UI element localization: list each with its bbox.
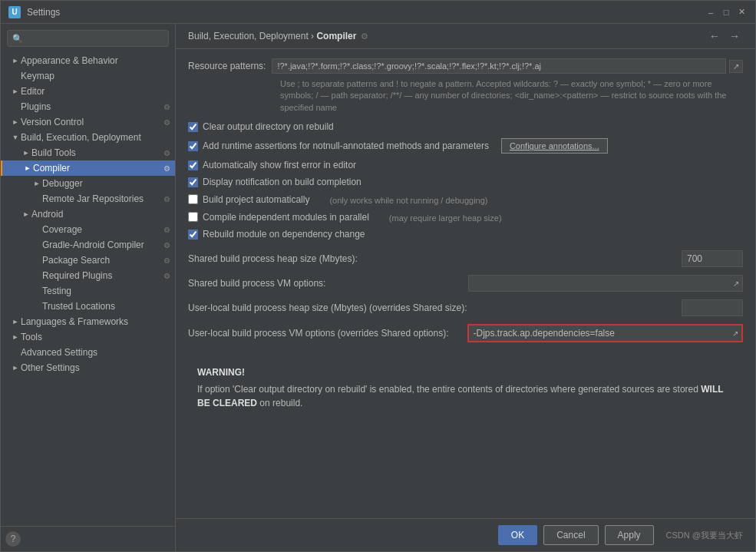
cb7-checkbox[interactable] [188, 230, 198, 240]
sidebar-bottom: ? [1, 526, 175, 551]
watermark: CSDN @我要当大虾 [666, 530, 743, 541]
user-heap-row: User-local build process heap size (Mbyt… [188, 299, 743, 316]
warning-text: If option 'Clear output directory on reb… [197, 382, 734, 410]
user-vm-input[interactable] [469, 326, 730, 341]
sidebar-item-remote-jar[interactable]: Remote Jar Repositories ⚙ [1, 191, 175, 207]
sidebar-item-package-search[interactable]: Package Search ⚙ [1, 253, 175, 268]
sidebar-item-appearance[interactable]: ► Appearance & Behavior [1, 53, 175, 68]
arrow-icon: ► [31, 180, 42, 187]
nav-buttons: ← → [706, 30, 743, 42]
sidebar-item-editor[interactable]: ► Editor [1, 84, 175, 99]
sidebar-item-advanced-settings[interactable]: Advanced Settings [1, 345, 175, 360]
cancel-button[interactable]: Cancel [543, 525, 598, 545]
settings-window: U Settings – □ ✕ 🔍 ► Appearance & Behavi… [0, 0, 756, 552]
panel-body: Resource patterns: ↗ Use ; to separate p… [176, 49, 755, 518]
gear-icon: ⚙ [163, 272, 170, 280]
sidebar-item-testing[interactable]: Testing [1, 283, 175, 299]
shared-vm-row: Shared build process VM options: ↗ [188, 275, 743, 292]
vm-expand-icon-2[interactable]: ↗ [729, 328, 741, 339]
window-controls: – □ ✕ [705, 6, 748, 18]
gear-icon: ⚙ [163, 195, 170, 203]
sidebar-item-required-plugins[interactable]: Required Plugins ⚙ [1, 268, 175, 283]
arrow-icon: ► [10, 318, 21, 326]
sidebar-item-build-execution[interactable]: ▼ Build, Execution, Deployment [1, 130, 175, 145]
app-icon: U [8, 6, 21, 18]
right-panel: Build, Execution, Deployment › Compiler … [176, 24, 755, 551]
cb1-label: Clear output directory on rebuild [203, 121, 334, 132]
shared-vm-label: Shared build process VM options: [188, 278, 462, 289]
user-vm-label: User-local build process VM options (ove… [188, 328, 461, 339]
shared-heap-input[interactable] [682, 250, 743, 267]
sidebar-item-label: Remote Jar Repositories [42, 193, 162, 204]
settings-icon: ⚙ [361, 31, 368, 41]
minimize-button[interactable]: – [705, 6, 717, 18]
sidebar-item-trusted-locations[interactable]: Trusted Locations [1, 299, 175, 314]
cb3-row: Automatically show first error in editor [188, 160, 743, 170]
shared-vm-input[interactable] [469, 276, 731, 291]
sidebar-item-label: Keymap [21, 71, 170, 81]
sidebar-item-other-settings[interactable]: ► Other Settings [1, 360, 175, 375]
search-box[interactable]: 🔍 [7, 30, 169, 47]
cb6-note: (may require larger heap size) [389, 211, 502, 223]
expand-button[interactable]: ↗ [729, 60, 743, 73]
forward-button[interactable]: → [726, 30, 743, 42]
cb6-checkbox[interactable] [188, 212, 198, 222]
gear-icon: ⚙ [163, 256, 170, 265]
cb6-label: Compile independent modules in parallel [203, 212, 369, 223]
resource-patterns-label: Resource patterns: [188, 58, 266, 71]
cb2-row: Add runtime assertions for notnull-annot… [188, 138, 743, 154]
sidebar-item-plugins[interactable]: Plugins ⚙ [1, 99, 175, 114]
vm-expand-icon[interactable]: ↗ [730, 278, 742, 289]
warning-title: WARNING! [197, 367, 734, 378]
hint-text: Use ; to separate patterns and ! to nega… [280, 78, 743, 114]
resource-patterns-input[interactable] [272, 58, 726, 74]
user-vm-container: ↗ [467, 324, 744, 342]
cb3-checkbox[interactable] [188, 160, 198, 170]
search-input[interactable] [26, 33, 163, 44]
sidebar-item-version-control[interactable]: ► Version Control ⚙ [1, 114, 175, 130]
sidebar: 🔍 ► Appearance & Behavior Keymap ► Edito… [1, 24, 176, 551]
sidebar-item-label: Editor [21, 86, 170, 97]
sidebar-item-keymap[interactable]: Keymap [1, 68, 175, 84]
cb7-label: Rebuild module on dependency change [203, 229, 365, 240]
sidebar-item-gradle-android[interactable]: Gradle-Android Compiler ⚙ [1, 237, 175, 253]
gear-icon: ⚙ [163, 164, 170, 173]
sidebar-item-build-tools[interactable]: ► Build Tools ⚙ [1, 145, 175, 160]
sidebar-item-languages[interactable]: ► Languages & Frameworks [1, 314, 175, 329]
arrow-icon: ► [10, 333, 21, 341]
sidebar-item-coverage[interactable]: Coverage ⚙ [1, 222, 175, 237]
close-button[interactable]: ✕ [735, 6, 748, 18]
arrow-icon: ► [10, 118, 21, 126]
sidebar-item-compiler[interactable]: ► Compiler ⚙ [1, 160, 175, 176]
user-heap-input[interactable] [682, 299, 743, 316]
maximize-button[interactable]: □ [720, 6, 732, 18]
back-button[interactable]: ← [706, 30, 723, 42]
sidebar-item-label: Package Search [42, 255, 162, 266]
breadcrumb-part1: Build, Execution, Deployment [188, 31, 309, 41]
sidebar-item-android[interactable]: ► Android [1, 207, 175, 222]
cb1-checkbox[interactable] [188, 122, 198, 132]
cb6-row: Compile independent modules in parallel … [188, 211, 743, 223]
apply-button[interactable]: Apply [605, 525, 654, 545]
resource-input-container: ↗ [272, 58, 743, 74]
sidebar-item-label: Android [31, 209, 170, 220]
gear-icon: ⚙ [163, 226, 170, 234]
sidebar-item-debugger[interactable]: ► Debugger [1, 176, 175, 191]
sidebar-item-label: Tools [21, 332, 170, 342]
arrow-icon: ► [10, 57, 21, 64]
sidebar-item-label: Gradle-Android Compiler [42, 240, 162, 250]
cb2-checkbox[interactable] [188, 141, 198, 151]
configure-annotations-button[interactable]: Configure annotations... [501, 138, 608, 154]
cb4-checkbox[interactable] [188, 177, 198, 187]
gear-icon: ⚙ [163, 149, 170, 157]
cb3-label: Automatically show first error in editor [203, 160, 356, 170]
resource-patterns-row: Resource patterns: ↗ [188, 58, 743, 74]
cb5-checkbox[interactable] [188, 194, 198, 204]
sidebar-item-tools[interactable]: ► Tools [1, 329, 175, 345]
cb5-note: (only works while not running / debuggin… [329, 193, 487, 205]
cb1-row: Clear output directory on rebuild [188, 121, 743, 132]
ok-button[interactable]: OK [498, 525, 537, 545]
cb2-label: Add runtime assertions for notnull-annot… [203, 140, 489, 151]
help-button[interactable]: ? [5, 531, 21, 547]
panel-footer: OK Cancel Apply CSDN @我要当大虾 [176, 518, 755, 551]
